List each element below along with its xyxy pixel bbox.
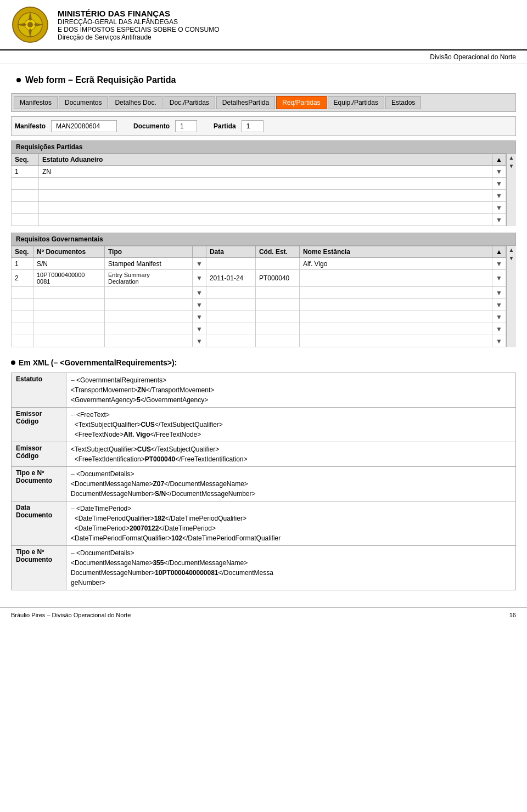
tab-doc-partidas[interactable]: Doc./Partidas (164, 96, 215, 109)
footer: Bráulio Pires – Divisão Operacional do N… (0, 607, 527, 623)
xml-row-tipo-2: Tipo e NºDocumento – <DocumentDetails> <… (12, 546, 516, 590)
req-col-arrow-up: ▲ (492, 154, 506, 166)
requisitos-table-wrapper: Seq. Nº Documentos Tipo Data Cód. Est. N… (11, 246, 516, 347)
rg-row-arrow-2[interactable]: ▼ (492, 270, 506, 287)
requisicoes-section: Requisições Partidas Seq. Estatuto Aduan… (11, 140, 516, 226)
rg-row-7: ▼ ▼ (12, 335, 506, 347)
tab-estados[interactable]: Estados (385, 96, 421, 109)
rg-col-arrow-up: ▲ (492, 246, 506, 258)
xml-content-data: – <DateTimePeriod> <DateTimePeriodQualif… (66, 501, 516, 546)
org-name-3: E DOS IMPOSTOS ESPECIAIS SOBRE O CONSUMO (58, 26, 220, 33)
scroll-up-icon[interactable]: ▲ (508, 154, 515, 162)
requisitos-scroll[interactable]: ▲ ▼ (506, 246, 516, 347)
bullet-icon (16, 78, 21, 82)
partida-value: 1 (242, 120, 264, 132)
rg-tipo-2: Entry SummaryDeclaration (105, 270, 193, 287)
org-name-2: DIRECÇÃO-GERAL DAS ALFÂNDEGAS (58, 18, 220, 26)
rg-scroll-down-icon[interactable]: ▼ (508, 254, 515, 262)
page-title: Web form – Ecrã Requisição Partida (25, 75, 176, 85)
footer-left: Bráulio Pires – Divisão Operacional do N… (11, 612, 131, 618)
rg-row-arrow-4[interactable]: ▼ (492, 299, 506, 311)
rg-tipo-arrow-1[interactable]: ▼ (193, 258, 206, 270)
tab-manifestos[interactable]: Manifestos (14, 96, 58, 109)
scroll-down-icon[interactable]: ▼ (508, 162, 515, 170)
req-arrow-1[interactable]: ▼ (492, 166, 506, 178)
xml-label-data: DataDocumento (12, 501, 66, 546)
tab-equip-partidas[interactable]: Equip./Partidas (328, 96, 384, 109)
rg-tipo-arrow-7[interactable]: ▼ (193, 335, 206, 347)
req-row-4: ▼ (12, 202, 506, 214)
rg-cod-3 (255, 287, 299, 299)
rg-tipo-1: Stamped Manifest (105, 258, 193, 270)
rg-nome-3 (299, 287, 492, 299)
req-arrow-5[interactable]: ▼ (492, 214, 506, 226)
xml-content-tipo-2: – <DocumentDetails> <DocumentMessageName… (66, 546, 516, 590)
tab-detalhes-partida[interactable]: DetalhesPartida (216, 96, 275, 109)
header-text: MINISTÉRIO DAS FINANÇAS DIRECÇÃO-GERAL D… (58, 9, 220, 41)
rg-cod-2: PT000040 (255, 270, 299, 287)
rg-seq-2: 2 (12, 270, 33, 287)
rg-scroll-up-icon[interactable]: ▲ (508, 246, 515, 254)
tab-detalhes-doc[interactable]: Detalhes Doc. (109, 96, 162, 109)
xml-content-tipo-1: – <DocumentDetails> <DocumentMessageName… (66, 467, 516, 501)
req-col-seq: Seq. (12, 154, 39, 166)
req-estatuto-1: ZN (39, 166, 492, 178)
requisitos-section: Requisitos Governamentais Seq. Nº Docume… (11, 233, 516, 347)
xml-row-data: DataDocumento – <DateTimePeriod> <DateTi… (12, 501, 516, 546)
rg-tipo-arrow-3[interactable]: ▼ (193, 287, 206, 299)
xml-content-estatuto: – <GovernmentalRequirements> <TransportM… (66, 373, 516, 408)
req-arrow-3[interactable]: ▼ (492, 190, 506, 202)
manifesto-value: MAN20080604 (51, 120, 117, 132)
rg-tipo-arrow-6[interactable]: ▼ (193, 323, 206, 335)
rg-nome-2 (299, 270, 492, 287)
rg-row-arrow-7[interactable]: ▼ (492, 335, 506, 347)
rg-tipo-3 (105, 287, 193, 299)
rg-cod-1 (255, 258, 299, 270)
tab-documentos[interactable]: Documentos (59, 96, 108, 109)
rg-row-6: ▼ ▼ (12, 323, 506, 335)
req-estatuto-4 (39, 202, 492, 214)
req-arrow-4[interactable]: ▼ (492, 202, 506, 214)
rg-col-tipo: Tipo (105, 246, 193, 258)
partida-label: Partida (214, 122, 236, 130)
req-estatuto-5 (39, 214, 492, 226)
xml-content-emissor-2: <TextSubjectQualifier>CUS</TextSubjectQu… (66, 442, 516, 467)
requisicoes-scroll[interactable]: ▲ ▼ (506, 154, 516, 226)
rg-row-5: ▼ ▼ (12, 311, 506, 323)
req-seq-3 (12, 190, 39, 202)
division-label: Divisão Operacional do Norte (430, 53, 516, 61)
req-seq-1: 1 (12, 166, 39, 178)
xml-row-tipo-1: Tipo e NºDocumento – <DocumentDetails> <… (12, 467, 516, 501)
documento-value: 1 (175, 120, 197, 132)
xml-title: Em XML (– <GovernmentalRequirements>): (19, 358, 177, 367)
req-row-5: ▼ (12, 214, 506, 226)
rg-tipo-arrow-2[interactable]: ▼ (193, 270, 206, 287)
rg-row-1: 1 S/N Stamped Manifest ▼ Alf. Vigo ▼ (12, 258, 506, 270)
rg-ndoc-2: 10PT00004000000081 (33, 270, 105, 287)
req-seq-2 (12, 178, 39, 190)
rg-tipo-arrow-4[interactable]: ▼ (193, 299, 206, 311)
rg-tipo-arrow-5[interactable]: ▼ (193, 311, 206, 323)
req-row-2: ▼ (12, 178, 506, 190)
xml-label-tipo-2: Tipo e NºDocumento (12, 546, 66, 590)
rg-row-4: ▼ ▼ (12, 299, 506, 311)
rg-row-arrow-3[interactable]: ▼ (492, 287, 506, 299)
rg-data-3 (206, 287, 255, 299)
xml-row-emissor-2: EmissorCódigo <TextSubjectQualifier>CUS<… (12, 442, 516, 467)
req-arrow-2[interactable]: ▼ (492, 178, 506, 190)
req-col-estatuto: Estatuto Aduaneiro (39, 154, 492, 166)
nav-tabs: Manifestos Documentos Detalhes Doc. Doc.… (11, 93, 516, 112)
xml-bullet-icon (11, 360, 15, 365)
req-row-3: ▼ (12, 190, 506, 202)
rg-row-arrow-5[interactable]: ▼ (492, 311, 506, 323)
xml-grid: Estatuto – <GovernmentalRequirements> <T… (11, 373, 516, 590)
documento-label: Documento (133, 122, 170, 130)
rg-row-arrow-6[interactable]: ▼ (492, 323, 506, 335)
requisicoes-table-wrapper: Seq. Estatuto Aduaneiro ▲ 1 ZN ▼ (11, 154, 516, 226)
tab-req-partidas[interactable]: Req/Partidas (276, 96, 326, 109)
rg-row-arrow-1[interactable]: ▼ (492, 258, 506, 270)
org-name-1: MINISTÉRIO DAS FINANÇAS (58, 9, 220, 18)
division-bar: Divisão Operacional do Norte (0, 50, 527, 64)
xml-label-emissor-2: EmissorCódigo (12, 442, 66, 467)
rg-col-nome: Nome Estância (299, 246, 492, 258)
